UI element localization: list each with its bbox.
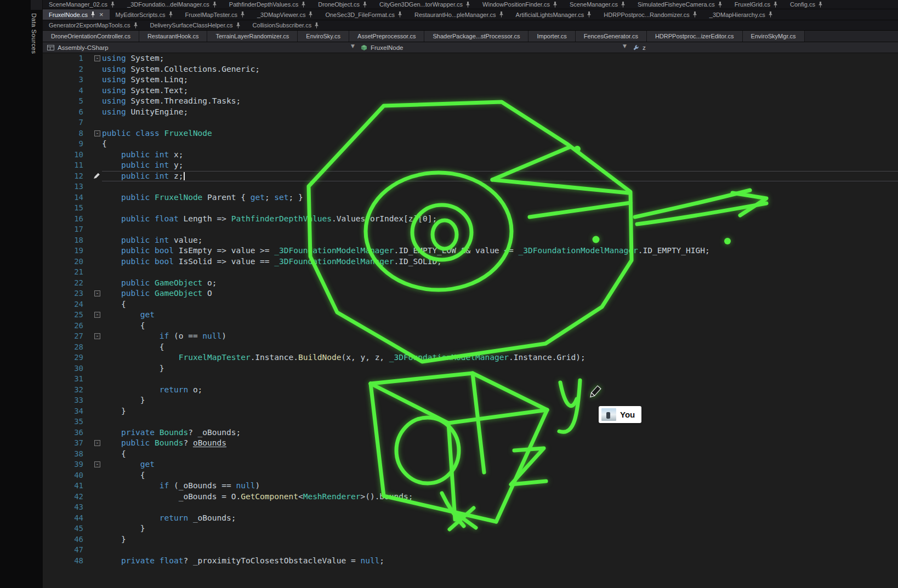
code-line-7[interactable]: 7 bbox=[43, 117, 898, 128]
line-number[interactable]: 6 bbox=[43, 107, 83, 118]
code-line-35[interactable]: 35 bbox=[43, 416, 898, 427]
line-number[interactable]: 4 bbox=[43, 85, 83, 96]
code-line-48[interactable]: 48 private float? _proximityToClosestObs… bbox=[43, 556, 898, 567]
fold-collapse-icon[interactable]: - bbox=[83, 55, 102, 61]
editor-tab-shaderpackage-stprocessor-cs[interactable]: ShaderPackage...stProcessor.cs bbox=[424, 31, 528, 42]
code-line-39[interactable]: 39- get bbox=[43, 459, 898, 470]
line-number[interactable]: 37 bbox=[43, 438, 83, 449]
line-number[interactable]: 5 bbox=[43, 96, 83, 107]
line-number[interactable]: 46 bbox=[43, 534, 83, 545]
code-line-16[interactable]: 16 public float Length => PathfinderDept… bbox=[43, 214, 898, 225]
pin-icon[interactable] bbox=[553, 2, 558, 8]
line-number[interactable]: 7 bbox=[43, 117, 83, 128]
code-line-4[interactable]: 4using System.Text; bbox=[43, 85, 898, 96]
line-number[interactable]: 41 bbox=[43, 481, 83, 492]
code-line-15[interactable]: 15 bbox=[43, 203, 898, 214]
line-number[interactable]: 32 bbox=[43, 385, 83, 396]
line-number[interactable]: 10 bbox=[43, 150, 83, 161]
editor-tab-fruxelgrid-cs[interactable]: FruxelGrid.cs bbox=[729, 0, 784, 9]
editor-tab--3dfoundatio-delmanager-cs[interactable]: _3DFoundatio...delManager.cs bbox=[121, 0, 223, 9]
code-line-5[interactable]: 5using System.Threading.Tasks; bbox=[43, 96, 898, 107]
editor-tab-simulatedfisheyecamera-cs[interactable]: SimulatedFisheyeCamera.cs bbox=[632, 0, 729, 9]
line-number[interactable]: 45 bbox=[43, 523, 83, 534]
editor-tab-collisionsubscriber-cs[interactable]: CollisionSubscriber.cs bbox=[247, 20, 326, 30]
editor-tab-envirosky-cs[interactable]: EnviroSky.cs bbox=[298, 31, 349, 42]
editor-tab-scenemanager-cs[interactable]: SceneManager.cs bbox=[564, 0, 632, 9]
editor-tab-deliverysurfaceclasshelper-cs[interactable]: DeliverySurfaceClassHelper.cs bbox=[144, 20, 247, 30]
pin-icon[interactable] bbox=[236, 22, 241, 28]
code-line-2[interactable]: 2using System.Collections.Generic; bbox=[43, 64, 898, 75]
line-number[interactable]: 35 bbox=[43, 416, 83, 427]
editor-tab-terrainlayerrandomizer-cs[interactable]: TerrainLayerRandomizer.cs bbox=[207, 31, 298, 42]
code-line-38[interactable]: 38 { bbox=[43, 449, 898, 460]
breadcrumb-project[interactable]: Assembly-CSharp bbox=[47, 42, 109, 53]
code-line-33[interactable]: 33 } bbox=[43, 395, 898, 406]
code-line-34[interactable]: 34 } bbox=[43, 406, 898, 417]
fold-collapse-icon[interactable]: - bbox=[83, 312, 102, 318]
line-number[interactable]: 26 bbox=[43, 321, 83, 332]
editor-tab-assetpreprocessor-cs[interactable]: AssetPreprocessor.cs bbox=[349, 31, 424, 42]
editor-tab-windowpositionfinder-cs[interactable]: WindowPositionFinder.cs bbox=[476, 0, 564, 9]
code-line-17[interactable]: 17 bbox=[43, 224, 898, 235]
pin-icon[interactable] bbox=[397, 12, 402, 18]
editor-tab-droneobject-cs[interactable]: DroneObject.cs bbox=[312, 0, 373, 9]
code-line-45[interactable]: 45 } bbox=[43, 523, 898, 534]
code-line-25[interactable]: 25- get bbox=[43, 310, 898, 321]
pin-icon[interactable] bbox=[240, 12, 245, 18]
code-line-11[interactable]: 11 public int y; bbox=[43, 160, 898, 171]
editor-tab-myeditorscripts-cs[interactable]: MyEditorScripts.cs bbox=[110, 9, 179, 20]
editor-tab--3dmapviewer-cs[interactable]: _3DMapViewer.cs bbox=[251, 9, 319, 20]
line-number[interactable]: 43 bbox=[43, 502, 83, 513]
editor-tab-config-cs[interactable]: Config.cs bbox=[784, 0, 829, 9]
pin-icon[interactable] bbox=[718, 2, 723, 8]
line-number[interactable]: 3 bbox=[43, 75, 83, 85]
line-number[interactable]: 27 bbox=[43, 331, 83, 342]
chevron-down-icon[interactable]: ▼ bbox=[351, 43, 355, 49]
code-line-32[interactable]: 32 return o; bbox=[43, 385, 898, 396]
code-line-18[interactable]: 18 public int value; bbox=[43, 235, 898, 246]
line-number[interactable]: 38 bbox=[43, 449, 83, 460]
pin-icon[interactable] bbox=[308, 12, 313, 18]
editor-tab-importer-cs[interactable]: Importer.cs bbox=[528, 31, 575, 42]
pin-icon[interactable] bbox=[314, 22, 319, 28]
editor-tab-hdrppostproc-izereditor-cs[interactable]: HDRPPostproc...izerEditor.cs bbox=[647, 31, 743, 42]
editor-tab-droneorientationcontroller-cs[interactable]: DroneOrientationController.cs bbox=[43, 31, 139, 42]
line-number[interactable]: 30 bbox=[43, 363, 83, 374]
line-number[interactable]: 40 bbox=[43, 470, 83, 481]
code-line-28[interactable]: 28 { bbox=[43, 342, 898, 353]
line-number[interactable]: 16 bbox=[43, 214, 83, 225]
code-line-43[interactable]: 43 bbox=[43, 502, 898, 513]
line-number[interactable]: 18 bbox=[43, 235, 83, 246]
pin-icon[interactable] bbox=[90, 12, 95, 18]
pin-icon[interactable] bbox=[301, 2, 306, 8]
breadcrumb-type[interactable]: FruxelNode bbox=[361, 42, 403, 53]
pin-icon[interactable] bbox=[465, 2, 470, 8]
line-number[interactable]: 25 bbox=[43, 310, 83, 321]
editor-tab-onesec3d-fileformat-cs[interactable]: OneSec3D_FileFormat.cs bbox=[319, 9, 408, 20]
editor-tab-enviroskymgr-cs[interactable]: EnviroSkyMgr.cs bbox=[743, 31, 805, 42]
pin-icon[interactable] bbox=[362, 2, 367, 8]
line-number[interactable]: 8 bbox=[43, 128, 83, 139]
line-number[interactable]: 24 bbox=[43, 299, 83, 310]
line-number[interactable]: 2 bbox=[43, 64, 83, 75]
editor-tab--3dmaphierarchy-cs[interactable]: _3DMapHierarchy.cs bbox=[703, 9, 779, 20]
chevron-down-icon[interactable]: ▼ bbox=[623, 43, 627, 49]
line-number[interactable]: 47 bbox=[43, 545, 83, 556]
code-line-20[interactable]: 20 public bool IsSolid => value == _3DFo… bbox=[43, 256, 898, 267]
editor-tab-pathfinderdepthvalues-cs[interactable]: PathfinderDepthValues.cs bbox=[223, 0, 312, 9]
line-number[interactable]: 11 bbox=[43, 160, 83, 171]
editor-tab-hdrppostproc-randomizer-cs[interactable]: HDRPPostproc...Randomizer.cs bbox=[598, 9, 703, 20]
code-line-41[interactable]: 41 if (_oBounds == null) bbox=[43, 481, 898, 492]
editor-tab-fruxelnode-cs[interactable]: FruxelNode.cs× bbox=[43, 9, 110, 20]
code-line-47[interactable]: 47 bbox=[43, 545, 898, 556]
code-line-1[interactable]: 1-using System; bbox=[43, 53, 898, 64]
fold-collapse-icon[interactable]: - bbox=[83, 333, 102, 339]
pin-icon[interactable] bbox=[692, 12, 697, 18]
line-number[interactable]: 19 bbox=[43, 246, 83, 256]
editor-tab-restauranthook-cs[interactable]: RestaurantHook.cs bbox=[139, 31, 208, 42]
line-number[interactable]: 33 bbox=[43, 395, 83, 406]
line-number[interactable]: 48 bbox=[43, 556, 83, 567]
line-number[interactable]: 20 bbox=[43, 256, 83, 267]
fold-collapse-icon[interactable]: - bbox=[83, 461, 102, 467]
editor-tab-fruxelmaptester-cs[interactable]: FruxelMapTester.cs bbox=[179, 9, 251, 20]
